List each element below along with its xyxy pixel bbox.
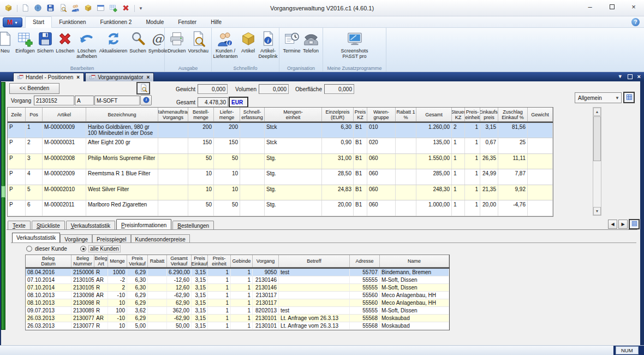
statistic-row-6[interactable]: 09.07.20132130089R1003,62362,003,1511820… [26,307,449,315]
close-document-icon[interactable]: × [637,73,641,80]
sub-tab-preisspiegel[interactable]: Preisspiegel [92,234,130,243]
sub-tab-verkaufsstatistik[interactable]: Verkaufsstatistik [12,233,60,243]
info-button[interactable]: i [140,95,152,105]
column-header-betreff[interactable]: Betreff [279,255,350,267]
ribbon-button-suchen[interactable]: Suchen [128,29,147,63]
tab-next-icon[interactable]: ▶ [618,220,628,229]
minimize-icon[interactable]: – [586,3,594,10]
vorgang-number-field[interactable]: 2130152 [34,96,74,105]
ribbon-tab-start[interactable]: Start [25,16,52,28]
column-header-liefer-menge[interactable]: Liefer- menge [214,108,240,121]
column-header-gewicht[interactable]: Gewicht [528,108,553,121]
scroll-down-icon[interactable]: ▼ [593,207,601,215]
column-header-rabatt-1[interactable]: Rabatt 1 % [396,108,416,121]
ribbon-button-telefon[interactable]: Telefon [302,29,320,63]
gesamt-field[interactable]: 4.478,30 [198,97,228,107]
column-header-steuer-kz[interactable]: Steuer KZ [452,108,465,121]
radio-alle-kunden[interactable]: alle Kunden [80,246,120,252]
column-header-einzelpreis-eur[interactable]: Einzelpreis (EUR) [322,108,354,121]
delete-x-icon[interactable] [122,4,130,13]
column-header-beleg-datum[interactable]: Beleg Datum [26,255,71,267]
panel-tab-stückliste[interactable]: Stückliste [32,221,65,230]
column-header-gesamt-verkauf[interactable]: Gesamt Verkauf [167,255,192,267]
ribbon-button-artikel-deeplink[interactable]: iArtikel- Deeplink [258,29,279,63]
ribbon-button-aktualisieren[interactable]: Aktualisieren [98,29,129,63]
ribbon-button-einfügen[interactable]: Einfügen [14,29,36,63]
vorgang-name-field[interactable]: M-SOFT [94,96,140,105]
position-row-3[interactable]: P3M-00002008Philip Morris Supreme Filter… [8,154,553,170]
panel-tab-preisinformationen[interactable]: Preisinformationen [116,219,171,230]
column-header-preis-einheit[interactable]: Preis- einheit [465,108,480,121]
column-header-preis-kz[interactable]: Preis KZ [354,108,367,121]
ribbon-button-löschen[interactable]: Löschen [55,29,75,63]
scrollbar-thumb[interactable] [593,116,601,161]
help-icon[interactable]: ? [631,18,640,26]
ribbon-button-neu[interactable]: Neu [0,29,14,63]
qat-overflow-icon[interactable]: ▼ [139,6,143,11]
beenden-button[interactable]: << Beenden [9,83,59,94]
article-cube-icon[interactable] [84,4,93,13]
maximize-icon[interactable] [608,3,616,10]
statistic-row-4[interactable]: 08.10.20132130098AR-106,29-62,903,151121… [26,292,449,299]
new-doc-icon[interactable] [21,4,30,13]
panel-settings-button[interactable] [629,219,640,229]
statistic-row-1[interactable]: 08.04.20162150006R10006,296.290,003,1511… [26,268,449,276]
column-header-gesamt[interactable]: Gesamt [416,108,452,121]
column-header-einkaufs-preis[interactable]: Einkaufs- preis [480,108,498,121]
column-header-preis-einkauf[interactable]: Preis Einkauf [192,255,208,267]
splitter-handle[interactable] [1,186,5,198]
column-header-name[interactable]: Name [380,255,449,267]
radio-dieser-kunde[interactable]: dieser Kunde [26,246,67,252]
position-row-4[interactable]: P4M-00002009Reemtsma R 1 Blue Filter1010… [8,169,553,185]
ribbon-button-screenshots-passt-pro[interactable]: Screenshots PASST pro [339,29,369,63]
position-row-6[interactable]: P6M-00002011Marlboro Red Zigaretten5050S… [8,200,553,216]
position-row-1[interactable]: P1M-00000009Haribo Goldbären, 980 gr 100… [8,122,553,138]
statistic-row-7[interactable]: 26.03.20132130077AR-106,29-62,903,151121… [26,315,449,322]
statistic-row-5[interactable]: 08.10.20132130098R106,2962,903,151121301… [26,299,449,307]
column-header-preis-verkauf[interactable]: Preis Verkauf [127,255,148,267]
position-row-2[interactable]: P2M-00000031After Eight 200 gr150150Stck… [8,138,553,154]
panel-tab-verkaufsstatistik[interactable]: Verkaufsstatistik [66,221,115,230]
green-splitter-bar[interactable] [1,82,5,330]
document-tab-vorgangsnavigator[interactable]: Vorgangsnavigator× [85,73,154,81]
ribbon-tab-module[interactable]: Module [139,16,171,28]
view-combobox[interactable]: Allgemein▼ [575,92,622,103]
statistic-row-8[interactable]: 26.03.20132130077R105,0050,003,151121301… [26,322,449,330]
app-menu-button[interactable]: M▼ [3,17,22,27]
ribbon-button-vorschau[interactable]: Vorschau [187,29,210,63]
ribbon-tab-fenster[interactable]: Fenster [171,16,204,28]
tab-list-dropdown-icon[interactable]: ▼ [618,74,623,79]
column-header-artikel[interactable]: Artikel [43,108,86,121]
column-header-menge[interactable]: Menge [108,255,127,267]
close-tab-icon[interactable]: × [76,74,80,80]
column-header-beleg-art[interactable]: Beleg Art [94,255,108,267]
save-floppy-icon[interactable] [46,4,55,13]
search-document-button[interactable] [136,82,150,94]
ribbon-button-termine[interactable]: Termine [282,29,301,63]
grid-scrollbar[interactable]: ▲ ▼ [593,107,601,216]
column-header-pos[interactable]: Pos [26,108,43,121]
column-header-zuschlag-einkauf[interactable]: Zuschlag Einkauf % [498,108,528,121]
ribbon-button-drucken[interactable]: Drucken [166,29,187,63]
column-header-bestell-menge[interactable]: Bestell- menge [188,108,214,121]
position-row-5[interactable]: P5M-00002010West Silver Filter1010Stg.24… [8,185,553,201]
ribbon-tab-hilfe[interactable]: Hilfe [204,16,229,28]
vorgang-code-field[interactable]: A [75,96,94,105]
ribbon-button-kunden-lieferanten[interactable]: iKunden / Lieferanten [212,29,238,63]
document-tab-handel-positionen[interactable]: Handel - Positionen× [13,73,84,81]
column-header-beleg-nummer[interactable]: Beleg Nummer [71,255,94,267]
preview-icon[interactable] [59,4,68,13]
article-cube-icon[interactable] [4,4,13,13]
column-header-rabatt[interactable]: Rabatt [148,255,167,267]
column-header-vorgang[interactable]: Vorgang [253,255,279,267]
ribbon-tab-funktionen[interactable]: Funktionen [52,16,93,28]
oberflaeche-field[interactable]: 0,000 [324,84,354,94]
panel-tab-texte[interactable]: Texte [8,221,31,230]
column-header-bezeichnung[interactable]: Bezeichnung [86,108,158,121]
currency-field[interactable]: EUR [229,97,248,108]
column-header-preis-einheit[interactable]: Preis- einheit [208,255,231,267]
column-header-mengen-einheit[interactable]: Mengen- einheit [265,108,322,121]
close-tab-icon[interactable]: × [147,74,150,80]
sub-tab-kundensonderpreise[interactable]: Kundensonderpreise [131,234,190,243]
scroll-up-icon[interactable]: ▲ [593,108,601,116]
